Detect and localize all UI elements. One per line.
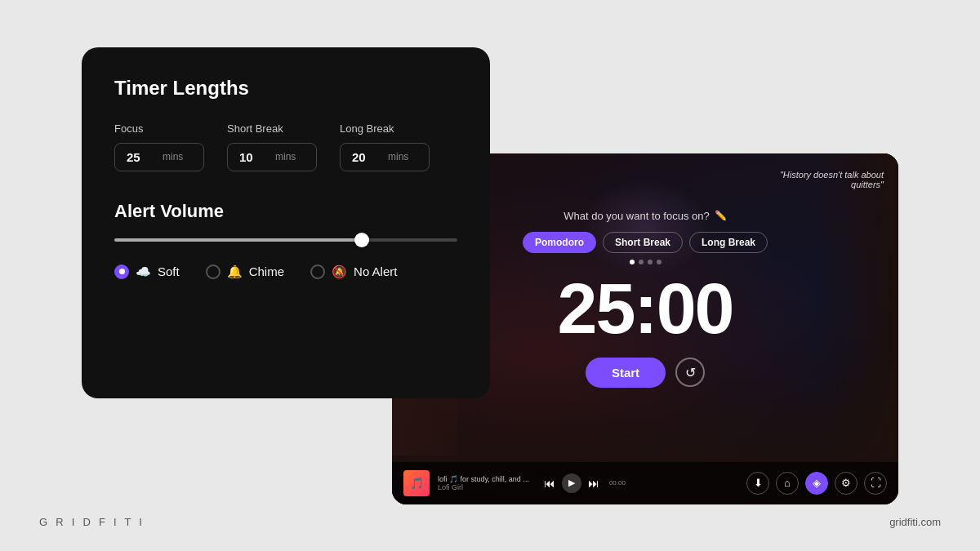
brand-left: G R I D F I T I (39, 516, 145, 528)
prev-button[interactable]: ⏮ (542, 475, 557, 491)
music-controls: ⏮ ▶ ⏭ 00:00 (542, 473, 626, 493)
home-icon-btn[interactable]: ⌂ (776, 472, 799, 495)
long-break-input[interactable]: 20 (352, 150, 381, 164)
volume-slider-track[interactable] (114, 238, 457, 242)
dot-indicators (630, 260, 662, 264)
alert-volume-section: Alert Volume ☁️ Soft 🔔 Chime 🔕 (114, 201, 457, 279)
chime-emoji: 🔔 (227, 264, 243, 279)
alert-title: Alert Volume (114, 201, 457, 222)
brand-right: gridfiti.com (889, 516, 941, 528)
dot-3 (648, 260, 653, 264)
alert-option-no-alert[interactable]: 🔕 No Alert (310, 264, 397, 279)
quote-text: "History doesn't talk about quitters" (753, 170, 884, 189)
radio-no-alert[interactable] (310, 264, 325, 279)
radio-chime[interactable] (206, 264, 220, 279)
short-break-input[interactable]: 10 (239, 150, 269, 164)
long-break-label: Long Break (340, 122, 430, 135)
music-artist: Lofi Girl (438, 483, 529, 491)
timer-display: 25:00 (557, 273, 733, 344)
long-break-field: Long Break 20 mins (340, 122, 430, 171)
timer-tabs: Pomodoro Short Break Long Break (523, 232, 768, 253)
music-info: lofi 🎵 for study, chill, and ... Lofi Gi… (438, 475, 529, 491)
alert-option-chime[interactable]: 🔔 Chime (206, 264, 284, 279)
long-break-input-box[interactable]: 20 mins (340, 143, 430, 171)
timer-lengths-row: Focus 25 mins Short Break 10 mins Long B… (114, 122, 457, 171)
no-alert-label: No Alert (354, 264, 397, 278)
reset-button[interactable]: ↺ (675, 358, 705, 387)
tab-short-break[interactable]: Short Break (603, 232, 683, 253)
app-footer: 🎵 lofi 🎵 for study, chill, and ... Lofi … (392, 462, 898, 504)
no-alert-emoji: 🔕 (332, 264, 347, 279)
short-break-input-box[interactable]: 10 mins (227, 143, 317, 171)
focus-field: Focus 25 mins (114, 122, 204, 171)
timer-controls: Start ↺ (586, 358, 705, 388)
theme-icon-btn[interactable]: ◈ (805, 472, 828, 495)
footer-icons: ⬇ ⌂ ◈ ⚙ ⛶ (746, 472, 887, 495)
chime-label: Chime (249, 264, 284, 278)
focus-input-box[interactable]: 25 mins (114, 143, 204, 171)
focus-label: Focus (114, 122, 204, 135)
soft-label: Soft (158, 264, 180, 278)
soft-emoji: ☁️ (136, 264, 151, 279)
focus-question-text: What do you want to focus on? (564, 210, 710, 222)
music-thumbnail: 🎵 (403, 470, 430, 496)
dot-4 (657, 260, 662, 264)
settings-title: Timer Lengths (114, 77, 457, 100)
focus-question: What do you want to focus on? ✏️ (564, 210, 727, 222)
dot-2 (639, 260, 644, 264)
focus-input[interactable]: 25 (127, 150, 156, 164)
music-time: 00:00 (609, 479, 626, 487)
radio-soft[interactable] (114, 264, 129, 279)
scene: Timer Lengths Focus 25 mins Short Break … (82, 47, 898, 504)
focus-unit: mins (163, 151, 183, 162)
tab-long-break[interactable]: Long Break (689, 232, 768, 253)
dot-1 (630, 260, 635, 264)
music-title: lofi 🎵 for study, chill, and ... (438, 475, 529, 483)
alert-options: ☁️ Soft 🔔 Chime 🔕 No Alert (114, 264, 457, 279)
pencil-icon[interactable]: ✏️ (715, 210, 727, 221)
settings-card: Timer Lengths Focus 25 mins Short Break … (82, 47, 490, 398)
start-button[interactable]: Start (586, 358, 666, 388)
long-break-unit: mins (388, 151, 408, 162)
next-button[interactable]: ⏭ (586, 475, 601, 491)
short-break-field: Short Break 10 mins (227, 122, 317, 171)
volume-slider-thumb[interactable] (354, 233, 369, 247)
alert-option-soft[interactable]: ☁️ Soft (114, 264, 180, 279)
short-break-unit: mins (275, 151, 296, 162)
fullscreen-icon-btn[interactable]: ⛶ (864, 472, 887, 495)
settings-icon-btn[interactable]: ⚙ (835, 472, 858, 495)
music-player: 🎵 lofi 🎵 for study, chill, and ... Lofi … (403, 470, 626, 496)
play-button[interactable]: ▶ (562, 473, 581, 493)
tab-pomodoro[interactable]: Pomodoro (523, 232, 596, 253)
download-icon-btn[interactable]: ⬇ (746, 472, 769, 495)
short-break-label: Short Break (227, 122, 317, 135)
